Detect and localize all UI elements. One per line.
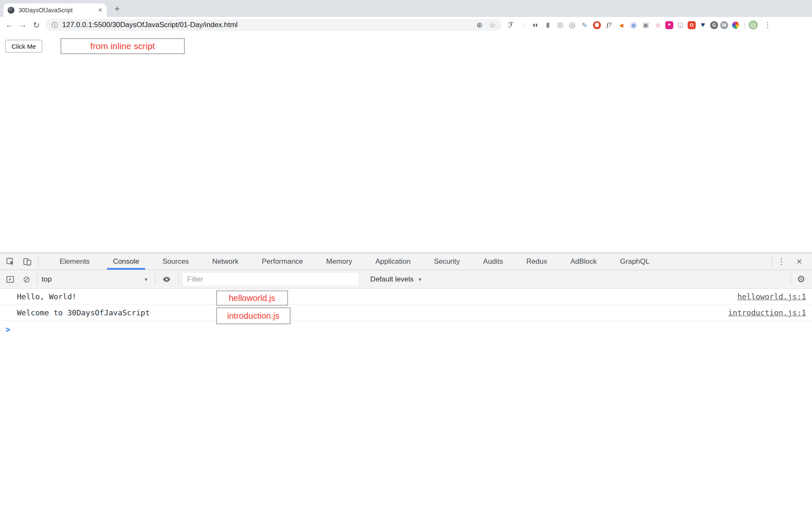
inline-script-annotation: from inline script <box>60 38 185 54</box>
live-expression-eye-icon[interactable] <box>162 274 172 284</box>
eyedropper-extension-icon[interactable]: ✎ <box>579 19 590 30</box>
tab-audits[interactable]: Audits <box>483 253 503 270</box>
devtools-tabbar-controls: ⋮ × <box>766 253 812 270</box>
log-levels-label: Default levels <box>370 275 414 284</box>
new-tab-button[interactable]: + <box>110 3 124 15</box>
tab-network[interactable]: Network <box>212 253 239 270</box>
tab-security[interactable]: Security <box>434 253 460 270</box>
gauge-extension-icon[interactable]: G <box>710 21 718 29</box>
context-selector[interactable]: top ▼ <box>42 275 148 284</box>
reload-icon[interactable]: ↻ <box>30 20 43 30</box>
log-levels-selector[interactable]: Default levels ▼ <box>370 275 422 284</box>
pentagon-extension-icon[interactable]: ☆ <box>653 19 663 30</box>
toolbar-divider <box>365 274 365 285</box>
devtools-close-icon[interactable]: × <box>791 256 808 267</box>
toolbar-divider <box>178 274 179 285</box>
device-toolbar-icon[interactable] <box>22 257 32 267</box>
devtools-tabbar: Elements Console Sources Network Perform… <box>0 253 812 270</box>
target-extension-icon[interactable]: ◎ <box>567 19 577 30</box>
address-bar[interactable]: ⓘ 127.0.0.1:5500/30DaysOfJavaScript/01-D… <box>46 19 502 31</box>
red-app-extension-icon[interactable]: O <box>688 21 696 29</box>
mic-extension-icon[interactable] <box>543 19 553 30</box>
extensions-bar: ℱ ◌ ▮▮ ◎ ✎ f? ◀ ◉ ▣ ☆ * ◱ O ♥ G W {} <box>506 19 758 30</box>
chevron-down-icon: ▼ <box>144 277 148 282</box>
browser-tab[interactable]: 30DaysOfJavaScript × <box>3 3 107 17</box>
tab-performance[interactable]: Performance <box>262 253 303 270</box>
inspect-element-icon[interactable] <box>5 257 15 267</box>
tab-strip: 30DaysOfJavaScript × + <box>0 0 812 17</box>
prompt-chevron-icon: > <box>5 325 10 334</box>
colorwheel-extension-icon[interactable] <box>730 19 741 30</box>
tab-title: 30DaysOfJavaScript <box>19 7 95 14</box>
console-messages: Hello, World! helloworld.js:1 Welcome to… <box>0 289 812 338</box>
clear-console-icon[interactable]: ⊘ <box>23 275 30 284</box>
tab-console[interactable]: Console <box>113 253 139 270</box>
console-prompt[interactable]: > <box>0 321 812 338</box>
tab-redux[interactable]: Redux <box>527 253 547 270</box>
ring-extension-icon[interactable]: ◉ <box>628 19 639 30</box>
adblock-extension-icon[interactable] <box>592 19 602 30</box>
toolbar-divider <box>155 274 156 285</box>
w-extension-icon[interactable]: W <box>720 21 728 29</box>
bookmark-star-icon[interactable]: ☆ <box>489 21 496 30</box>
fn-extension-icon[interactable]: ℱ <box>506 19 516 30</box>
tab-memory[interactable]: Memory <box>326 253 352 270</box>
tab-sources[interactable]: Sources <box>162 253 189 270</box>
chevron-down-icon: ▼ <box>418 277 422 282</box>
pink-gear-extension-icon[interactable]: * <box>665 21 673 29</box>
source-link[interactable]: introduction.js:1 <box>728 308 806 317</box>
console-filter-input[interactable] <box>183 273 358 286</box>
faded-gear-extension-icon[interactable] <box>555 19 565 30</box>
forward-icon[interactable]: → <box>16 20 30 30</box>
console-log-row: Hello, World! helloworld.js:1 <box>0 289 812 305</box>
toolbar-divider <box>790 274 791 285</box>
back-icon[interactable]: ← <box>3 20 16 30</box>
url-text[interactable]: 127.0.0.1:5500/30DaysOfJavaScript/01-Day… <box>62 21 470 29</box>
aperture-extension-icon[interactable]: ◌ <box>518 19 528 30</box>
context-label: top <box>42 275 52 284</box>
devtools-menu-icon[interactable]: ⋮ <box>772 257 791 266</box>
tabbar-divider <box>38 257 38 267</box>
console-settings-gear-icon[interactable]: ⚙ <box>797 274 805 285</box>
helloworld-annotation: helloworld.js <box>216 290 288 306</box>
toolbar-divider <box>37 274 38 285</box>
extensions-divider <box>744 21 745 29</box>
json-extension-icon[interactable]: {} <box>749 20 758 30</box>
globe-favicon-icon <box>8 7 14 14</box>
megaphone-extension-icon[interactable]: ◀ <box>616 19 626 30</box>
console-sidebar-toggle-icon[interactable] <box>5 274 15 284</box>
heart-search-extension-icon[interactable]: ♥ <box>698 19 708 30</box>
console-message: Welcome to 30DaysOfJavaScript <box>17 308 150 317</box>
tab-application[interactable]: Application <box>376 253 411 270</box>
devtools-panel: Elements Console Sources Network Perform… <box>0 253 812 508</box>
click-me-button[interactable]: Click Me <box>5 40 42 52</box>
tab-adblock[interactable]: AdBlock <box>571 253 597 270</box>
corner-extension-icon[interactable]: ◱ <box>675 19 686 30</box>
browser-toolbar: ← → ↻ ⓘ 127.0.0.1:5500/30DaysOfJavaScrip… <box>0 17 812 33</box>
devtools-tabs: Elements Console Sources Network Perform… <box>60 253 650 270</box>
fq-extension-icon[interactable]: f? <box>604 19 614 30</box>
zoom-icon[interactable]: ⊕ <box>477 21 483 30</box>
source-link[interactable]: helloworld.js:1 <box>737 292 806 301</box>
pause-extension-icon[interactable]: ▮▮ <box>530 19 540 30</box>
camera-extension-icon[interactable]: ▣ <box>641 19 651 30</box>
console-message: Hello, World! <box>17 292 77 301</box>
browser-menu-icon[interactable]: ⋮ <box>761 20 774 30</box>
page-info-icon[interactable]: ⓘ <box>52 21 58 29</box>
introduction-annotation: introduction.js <box>216 307 291 324</box>
console-toolbar: ⊘ top ▼ Default levels ▼ ⚙ <box>0 270 812 289</box>
page-content: Click Me from inline script <box>0 33 812 253</box>
tab-elements[interactable]: Elements <box>60 253 90 270</box>
console-log-row: Welcome to 30DaysOfJavaScript introducti… <box>0 305 812 321</box>
browser-window: 30DaysOfJavaScript × + ← → ↻ ⓘ 127.0.0.1… <box>0 0 812 508</box>
tab-graphql[interactable]: GraphQL <box>620 253 650 270</box>
tab-close-icon[interactable]: × <box>98 6 102 14</box>
